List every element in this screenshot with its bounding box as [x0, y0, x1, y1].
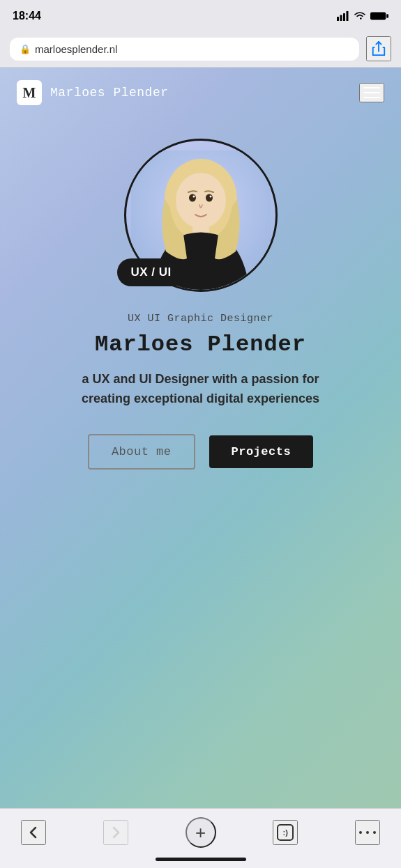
forward-icon: [108, 825, 123, 840]
svg-rect-1: [340, 15, 342, 22]
wifi-icon: [354, 11, 366, 21]
url-text: marloesplender.nl: [35, 43, 117, 55]
tabs-button[interactable]: :): [273, 820, 298, 845]
svg-point-12: [192, 196, 195, 198]
browser-bottom-nav: + :): [0, 808, 401, 853]
hamburger-line-2: [363, 92, 380, 93]
hero-name: Marloes Plender: [95, 332, 306, 357]
svg-point-11: [206, 194, 213, 202]
navbar: M Marloes Plender: [0, 68, 401, 118]
svg-point-15: [366, 831, 369, 834]
home-bar: [156, 858, 246, 861]
forward-button[interactable]: [103, 820, 128, 845]
about-me-button[interactable]: About me: [88, 434, 195, 470]
svg-point-16: [373, 831, 376, 834]
hero-subtitle: UX UI Graphic Designer: [128, 313, 273, 325]
svg-rect-3: [347, 11, 349, 21]
svg-point-13: [209, 196, 211, 198]
ux-badge: UX / UI: [117, 258, 186, 286]
profile-wrapper: UX / UI: [124, 139, 278, 292]
website-content: M Marloes Plender: [0, 68, 401, 808]
lock-icon: 🔒: [20, 44, 31, 54]
svg-rect-4: [370, 12, 386, 20]
back-button[interactable]: [21, 820, 46, 845]
svg-point-14: [359, 831, 362, 834]
tabs-count: :): [283, 828, 288, 837]
svg-point-8: [176, 173, 226, 228]
svg-point-10: [189, 194, 196, 202]
hamburger-button[interactable]: [359, 83, 384, 102]
tabs-icon: :): [277, 824, 294, 841]
hamburger-line-1: [363, 87, 380, 88]
share-button[interactable]: [366, 36, 391, 61]
nav-logo: M Marloes Plender: [17, 80, 169, 105]
home-indicator: [0, 853, 401, 868]
status-time: 18:44: [13, 10, 41, 22]
svg-rect-2: [343, 13, 345, 21]
add-icon: +: [195, 823, 206, 842]
status-icons: [337, 11, 388, 21]
logo-text: Marloes Plender: [50, 86, 169, 100]
more-button[interactable]: [355, 820, 380, 845]
battery-icon: [370, 11, 388, 21]
hero-section: UX / UI UX UI Graphic Designer Marloes P…: [0, 118, 401, 808]
more-icon: [359, 830, 376, 835]
cta-buttons: About me Projects: [88, 434, 313, 470]
hamburger-line-3: [363, 97, 380, 98]
projects-button[interactable]: Projects: [209, 435, 314, 468]
share-icon: [371, 41, 386, 56]
back-icon: [26, 825, 41, 840]
status-bar: 18:44: [0, 0, 401, 31]
svg-rect-0: [337, 17, 339, 21]
logo-mark: M: [17, 80, 42, 105]
new-tab-button[interactable]: +: [186, 817, 216, 848]
svg-rect-5: [386, 14, 388, 18]
url-bar[interactable]: 🔒 marloesplender.nl: [10, 38, 359, 61]
hero-description: a UX and UI Designer with a passion for …: [68, 370, 333, 409]
signal-icon: [337, 11, 349, 21]
browser-bar: 🔒 marloesplender.nl: [0, 31, 401, 68]
